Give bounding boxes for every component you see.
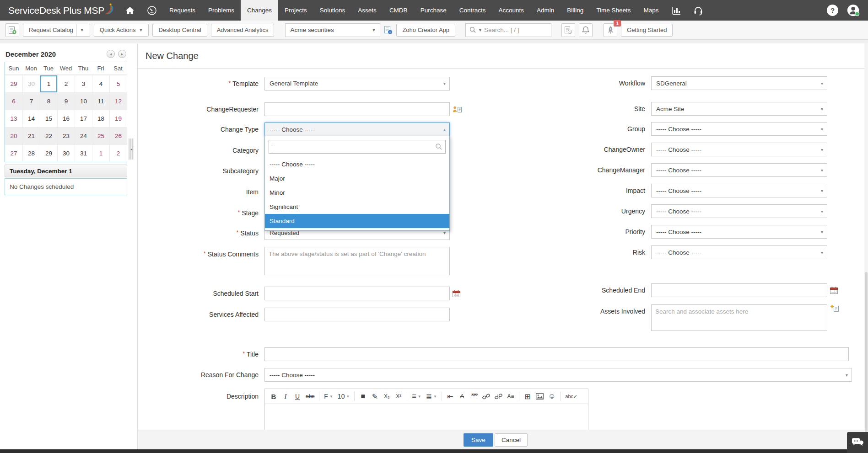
- strikethrough-icon[interactable]: abc: [304, 390, 316, 402]
- highlight-icon[interactable]: ✎: [370, 390, 380, 402]
- calendar-day[interactable]: 14: [22, 110, 40, 127]
- calendar-day[interactable]: 8: [40, 92, 57, 110]
- urgency-select[interactable]: ----- Choose -----▾: [651, 204, 827, 218]
- nav-item-contracts[interactable]: Contracts: [453, 0, 492, 21]
- sidebar-collapse-handle[interactable]: ◂: [129, 139, 134, 160]
- calendar-day[interactable]: 2: [109, 144, 127, 162]
- template-select[interactable]: General Template▾: [264, 77, 450, 91]
- nav-item-billing[interactable]: Billing: [561, 0, 590, 21]
- vertical-scrollbar[interactable]: [864, 43, 868, 449]
- site-info-icon[interactable]: [384, 25, 393, 35]
- add-asset-icon[interactable]: [830, 304, 840, 312]
- zoho-creator-app-button[interactable]: Zoho Creator App: [396, 24, 455, 37]
- calendar-day[interactable]: 31: [75, 144, 92, 162]
- requester-picker-icon[interactable]: [453, 106, 462, 113]
- blockquote-icon[interactable]: ””: [469, 390, 479, 402]
- scrollbar-thumb[interactable]: [865, 272, 868, 432]
- nav-item-purchase[interactable]: Purchase: [414, 0, 453, 21]
- calendar-day[interactable]: 30: [22, 75, 40, 92]
- title-input[interactable]: [264, 347, 849, 361]
- workflow-select[interactable]: SDGeneral▾: [651, 76, 827, 90]
- bold-icon[interactable]: B: [269, 390, 279, 402]
- help-icon[interactable]: ?: [827, 5, 838, 16]
- calendar-day[interactable]: 2: [57, 75, 75, 92]
- calendar-day[interactable]: 17: [75, 110, 92, 127]
- calendar-day[interactable]: 25: [92, 127, 109, 144]
- nav-item-time-sheets[interactable]: Time Sheets: [590, 0, 637, 21]
- nav-item-changes[interactable]: Changes: [241, 0, 278, 21]
- calendar-day[interactable]: 3: [75, 75, 92, 92]
- description-editor[interactable]: [264, 404, 588, 431]
- calendar-day[interactable]: 4: [92, 75, 109, 92]
- change-type-select[interactable]: ----- Choose -----▴: [264, 123, 450, 136]
- font-size-icon[interactable]: 10▼: [336, 390, 351, 402]
- calendar-day[interactable]: 26: [109, 127, 127, 144]
- reason-for-change-select[interactable]: ----- Choose ----- ▾: [264, 368, 852, 382]
- link-icon[interactable]: [481, 390, 491, 402]
- calendar-day[interactable]: 29: [40, 144, 57, 162]
- calendar-day[interactable]: 30: [57, 144, 75, 162]
- text-color-icon[interactable]: ■: [358, 390, 368, 402]
- risk-select[interactable]: ----- Choose -----▾: [651, 245, 827, 259]
- calendar-day[interactable]: 1: [40, 75, 57, 92]
- getting-started-button[interactable]: Getting Started: [621, 24, 673, 37]
- calendar-day[interactable]: 18: [92, 110, 109, 127]
- dashboard-gauge-icon[interactable]: [141, 0, 163, 21]
- calendar-next-icon[interactable]: ▸: [118, 50, 126, 58]
- quick-actions-button[interactable]: Quick Actions ▼: [94, 24, 149, 37]
- calendar-day[interactable]: 9: [57, 92, 75, 110]
- nav-item-requests[interactable]: Requests: [163, 0, 202, 21]
- notifications-bell-icon-button[interactable]: [579, 23, 593, 37]
- superscript-icon[interactable]: X²: [394, 390, 404, 402]
- save-button[interactable]: Save: [464, 433, 493, 447]
- font-family-icon[interactable]: F▼: [323, 390, 334, 402]
- align-left-icon[interactable]: ≡▼: [410, 390, 422, 402]
- account-select[interactable]: Acme securities ▼: [285, 23, 380, 37]
- live-chat-icon[interactable]: [847, 432, 868, 453]
- priority-select[interactable]: ----- Choose -----▾: [651, 225, 827, 239]
- nav-item-assets[interactable]: Assets: [351, 0, 383, 21]
- dropdown-option-standard[interactable]: Standard: [265, 214, 449, 228]
- unlink-icon[interactable]: [493, 390, 504, 402]
- calendar-day[interactable]: 12: [109, 92, 127, 110]
- search-icon[interactable]: [469, 27, 476, 33]
- history-log-icon-button[interactable]: [561, 23, 575, 37]
- request-catalog-button[interactable]: Request Catalog ▼: [23, 24, 90, 37]
- impact-select[interactable]: ----- Choose -----▾: [651, 184, 827, 197]
- nav-item-problems[interactable]: Problems: [202, 0, 241, 21]
- calendar-day[interactable]: 28: [22, 144, 40, 162]
- calendar-day[interactable]: 6: [5, 92, 22, 110]
- calendar-icon[interactable]: [830, 287, 838, 294]
- changemanager-select[interactable]: ----- Choose -----▾: [651, 163, 827, 177]
- nav-item-maps[interactable]: Maps: [637, 0, 665, 21]
- dropdown-option-minor[interactable]: Minor: [265, 186, 449, 200]
- user-avatar[interactable]: [846, 4, 860, 17]
- dropdown-option-choose[interactable]: ----- Choose -----: [265, 157, 449, 171]
- calendar-day[interactable]: 13: [5, 110, 22, 127]
- calendar-day[interactable]: 23: [57, 127, 75, 144]
- outdent-icon[interactable]: ⇤: [445, 390, 455, 402]
- calendar-day[interactable]: 20: [5, 127, 22, 144]
- cancel-button[interactable]: Cancel: [495, 433, 528, 447]
- assets-involved-textarea[interactable]: [651, 304, 827, 331]
- scheduled-end-input[interactable]: [651, 283, 827, 297]
- search-scope-chevron-icon[interactable]: ▼: [478, 28, 482, 32]
- dropdown-search-box[interactable]: [269, 140, 446, 154]
- calendar-day[interactable]: 11: [92, 92, 109, 110]
- calendar-day[interactable]: 15: [40, 110, 57, 127]
- dropdown-option-major[interactable]: Major: [265, 171, 449, 186]
- line-height-icon[interactable]: A≡: [506, 390, 516, 402]
- calendar-day[interactable]: 22: [40, 127, 57, 144]
- nav-item-accounts[interactable]: Accounts: [492, 0, 530, 21]
- reports-chart-icon[interactable]: [665, 0, 687, 21]
- whats-new-rocket[interactable]: 1: [604, 23, 617, 37]
- underline-icon[interactable]: U: [292, 390, 302, 402]
- calendar-day[interactable]: 16: [57, 110, 75, 127]
- table-icon[interactable]: ⊞: [523, 390, 533, 402]
- dropdown-option-significant[interactable]: Significant: [265, 200, 449, 214]
- services-affected-input[interactable]: [264, 308, 450, 321]
- search-input[interactable]: [484, 27, 538, 33]
- new-template-icon-button[interactable]: [5, 23, 19, 37]
- calendar-day[interactable]: 7: [22, 92, 40, 110]
- calendar-day[interactable]: 1: [92, 144, 109, 162]
